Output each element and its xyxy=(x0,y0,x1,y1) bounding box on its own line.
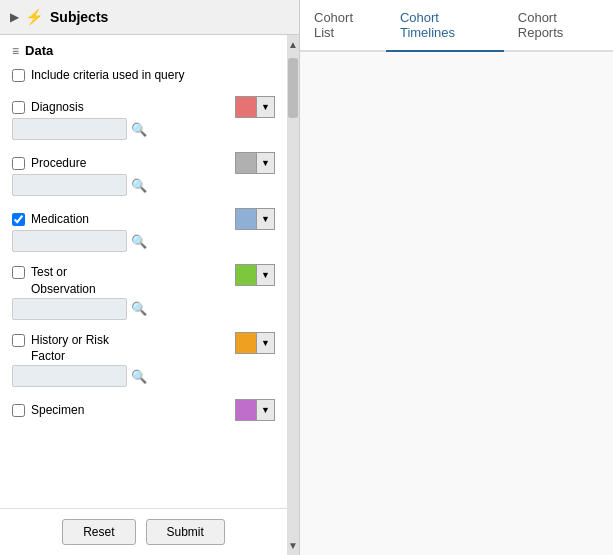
procedure-input[interactable] xyxy=(12,174,127,196)
history-risk-color-box[interactable] xyxy=(235,332,257,354)
diagnosis-input-row: 🔍 xyxy=(12,118,275,140)
history-risk-row: History or RiskFactor ▼ 🔍 xyxy=(12,332,275,388)
procedure-search-icon[interactable]: 🔍 xyxy=(131,178,147,193)
data-section: ≡ Data Include criteria used in query Di… xyxy=(0,35,287,508)
test-observation-input-row: 🔍 xyxy=(12,298,275,320)
medication-input[interactable] xyxy=(12,230,127,252)
diagnosis-top: Diagnosis ▼ xyxy=(12,96,275,118)
procedure-color-box[interactable] xyxy=(235,152,257,174)
medication-search-icon[interactable]: 🔍 xyxy=(131,234,147,249)
subjects-expand-icon[interactable]: ▶ xyxy=(10,10,19,24)
specimen-label[interactable]: Specimen xyxy=(31,403,235,417)
history-risk-search-icon[interactable]: 🔍 xyxy=(131,369,147,384)
specimen-top: Specimen ▼ xyxy=(12,399,275,421)
history-risk-input[interactable] xyxy=(12,365,127,387)
subjects-title: Subjects xyxy=(50,9,108,25)
diagnosis-dropdown-btn[interactable]: ▼ xyxy=(257,96,275,118)
submit-button[interactable]: Submit xyxy=(146,519,225,545)
button-row: Reset Submit xyxy=(0,508,287,555)
test-observation-color-picker: ▼ xyxy=(235,264,275,286)
test-observation-dropdown-btn[interactable]: ▼ xyxy=(257,264,275,286)
history-risk-dropdown-btn[interactable]: ▼ xyxy=(257,332,275,354)
reset-button[interactable]: Reset xyxy=(62,519,135,545)
tab-cohort-list[interactable]: Cohort List xyxy=(300,0,386,52)
tabs-bar: Cohort List Cohort Timelines Cohort Repo… xyxy=(300,0,613,52)
history-risk-checkbox[interactable] xyxy=(12,334,25,347)
diagnosis-color-picker: ▼ xyxy=(235,96,275,118)
include-criteria-label[interactable]: Include criteria used in query xyxy=(31,68,184,82)
history-risk-input-row: 🔍 xyxy=(12,365,275,387)
left-panel-scrollbar[interactable]: ▲ ▼ xyxy=(287,35,299,555)
test-observation-row: Test orObservation ▼ 🔍 xyxy=(12,264,275,320)
tab-cohort-timelines[interactable]: Cohort Timelines xyxy=(386,0,504,52)
diagnosis-checkbox[interactable] xyxy=(12,101,25,114)
right-panel: Cohort List Cohort Timelines Cohort Repo… xyxy=(300,0,613,555)
procedure-top: Procedure ▼ xyxy=(12,152,275,174)
scroll-up-arrow[interactable]: ▲ xyxy=(288,35,298,54)
procedure-input-row: 🔍 xyxy=(12,174,275,196)
test-observation-input[interactable] xyxy=(12,298,127,320)
procedure-checkbox[interactable] xyxy=(12,157,25,170)
procedure-dropdown-btn[interactable]: ▼ xyxy=(257,152,275,174)
subjects-data-icon: ⚡ xyxy=(25,8,44,26)
test-observation-color-box[interactable] xyxy=(235,264,257,286)
data-header: ≡ Data xyxy=(12,43,275,58)
medication-color-box[interactable] xyxy=(235,208,257,230)
diagnosis-input[interactable] xyxy=(12,118,127,140)
specimen-color-box[interactable] xyxy=(235,399,257,421)
diagnosis-label[interactable]: Diagnosis xyxy=(31,100,235,114)
medication-input-row: 🔍 xyxy=(12,230,275,252)
medication-dropdown-btn[interactable]: ▼ xyxy=(257,208,275,230)
scroll-thumb[interactable] xyxy=(288,58,298,118)
procedure-label[interactable]: Procedure xyxy=(31,156,235,170)
medication-top: Medication ▼ xyxy=(12,208,275,230)
medication-label[interactable]: Medication xyxy=(31,212,235,226)
include-criteria-checkbox[interactable] xyxy=(12,69,25,82)
specimen-color-picker: ▼ xyxy=(235,399,275,421)
diagnosis-row: Diagnosis ▼ 🔍 xyxy=(12,96,275,140)
medication-color-picker: ▼ xyxy=(235,208,275,230)
test-observation-label[interactable]: Test orObservation xyxy=(31,264,235,298)
tab-content-area xyxy=(300,52,613,555)
history-risk-top: History or RiskFactor ▼ xyxy=(12,332,275,366)
test-observation-checkbox[interactable] xyxy=(12,266,25,279)
specimen-dropdown-btn[interactable]: ▼ xyxy=(257,399,275,421)
include-criteria-row: Include criteria used in query xyxy=(12,68,275,82)
procedure-row: Procedure ▼ 🔍 xyxy=(12,152,275,196)
specimen-row: Specimen ▼ xyxy=(12,399,275,421)
specimen-checkbox[interactable] xyxy=(12,404,25,417)
diagnosis-search-icon[interactable]: 🔍 xyxy=(131,122,147,137)
medication-checkbox[interactable] xyxy=(12,213,25,226)
history-risk-color-picker: ▼ xyxy=(235,332,275,354)
test-observation-top: Test orObservation ▼ xyxy=(12,264,275,298)
diagnosis-color-box[interactable] xyxy=(235,96,257,118)
data-title: Data xyxy=(25,43,53,58)
test-observation-search-icon[interactable]: 🔍 xyxy=(131,301,147,316)
procedure-color-picker: ▼ xyxy=(235,152,275,174)
tab-cohort-reports[interactable]: Cohort Reports xyxy=(504,0,613,52)
history-risk-label[interactable]: History or RiskFactor xyxy=(31,332,235,366)
data-stack-icon: ≡ xyxy=(12,44,19,58)
medication-row: Medication ▼ 🔍 xyxy=(12,208,275,252)
subjects-header: ▶ ⚡ Subjects xyxy=(0,0,299,35)
scroll-down-arrow[interactable]: ▼ xyxy=(288,536,298,555)
